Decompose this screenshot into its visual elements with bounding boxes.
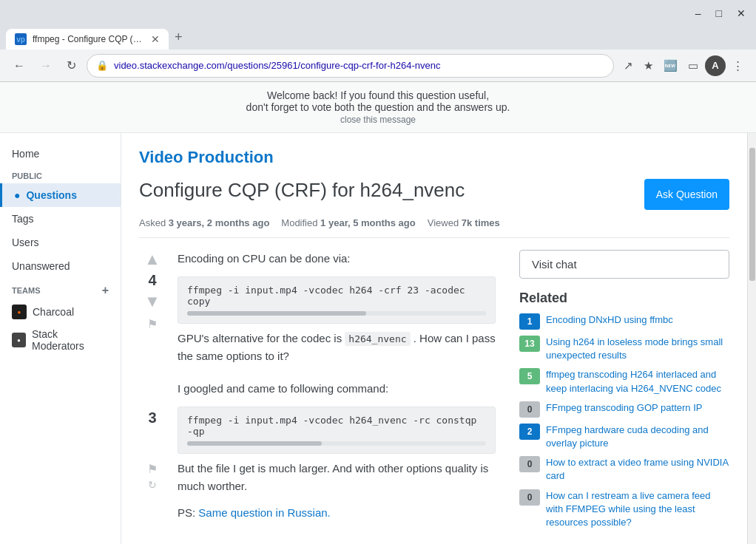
related-score-3: 0 <box>519 401 540 418</box>
question-meta: Asked 3 years, 2 months ago Modified 1 y… <box>139 217 729 238</box>
question-title: Configure CQP (CRF) for h264_nvenc <box>139 179 632 202</box>
notification-banner: Welcome back! If you found this question… <box>0 82 756 133</box>
home-label: Home <box>12 148 39 160</box>
content-area: Video Production Configure CQP (CRF) for… <box>121 133 747 544</box>
minimize-button[interactable]: – <box>691 4 706 22</box>
vote-up-button[interactable]: ▲ <box>144 250 161 269</box>
post-text-3: I googled and came to following command: <box>178 380 496 398</box>
active-tab[interactable]: vp ffmpeg - Configure CQP (CRF) fc... ✕ <box>6 29 169 50</box>
unanswered-label: Unanswered <box>12 260 70 272</box>
vote-count: 4 <box>148 272 156 289</box>
meta-modified: Modified 1 year, 5 months ago <box>281 217 415 228</box>
url-bar[interactable]: 🔒 video.stackexchange.com/questions/2596… <box>87 54 614 78</box>
close-notification[interactable]: close this message <box>7 115 749 125</box>
related-item: 0 How can I restream a live camera feed … <box>519 489 729 530</box>
related-score-4: 2 <box>519 424 540 440</box>
sidebar: Home PUBLIC ● Questions Tags Users Unans… <box>0 133 121 544</box>
code-block-1: ffmpeg -i input.mp4 -vcodec h264 -crf 23… <box>178 276 496 324</box>
answer-content: I googled and came to following command:… <box>178 380 496 531</box>
scrollbar[interactable] <box>747 133 756 544</box>
sidebar-section-teams: TEAMS + <box>0 278 121 300</box>
sidebar-item-tags[interactable]: Tags <box>0 207 121 231</box>
related-item: 2 FFmpeg hardware cuda decoding and over… <box>519 424 729 450</box>
charcoal-label: Charcoal <box>33 306 74 318</box>
sidebar-item-stack-moderators[interactable]: ● Stack Moderators <box>0 324 121 356</box>
tags-label: Tags <box>12 213 34 225</box>
related-item: 1 Encoding DNxHD using ffmbc <box>519 313 729 330</box>
related-link-4[interactable]: FFmpeg hardware cuda decoding and overla… <box>546 424 729 450</box>
viewed-value: 7k times <box>462 217 500 228</box>
related-link-0[interactable]: Encoding DNxHD using ffmbc <box>546 313 673 327</box>
question-header: Configure CQP (CRF) for h264_nvenc Ask Q… <box>139 179 729 210</box>
post-text-4: But the file I get is much larger. And w… <box>178 460 496 495</box>
answer-vote-count: 3 <box>148 409 156 426</box>
scroll-thumb[interactable] <box>749 148 755 281</box>
meta-asked: Asked 3 years, 2 months ago <box>139 217 269 228</box>
site-title: Video Production <box>139 148 729 167</box>
lock-icon: 🔒 <box>96 60 108 71</box>
vote-column: ▲ 4 ▼ ⚑ <box>139 250 166 374</box>
related-link-3[interactable]: FFmpeg transcoding GOP pattern IP <box>546 401 702 415</box>
related-link-6[interactable]: How can I restream a live camera feed wi… <box>546 489 729 530</box>
extensions-icon[interactable]: 🆕 <box>660 56 681 75</box>
tab-title: ffmpeg - Configure CQP (CRF) fc... <box>33 34 145 44</box>
sidebar-item-charcoal[interactable]: ● Charcoal <box>0 300 121 324</box>
related-item: 5 ffmpeg transcoding H264 interlaced and… <box>519 368 729 395</box>
history-button[interactable]: ↻ <box>148 479 157 491</box>
maximize-button[interactable]: □ <box>712 4 726 22</box>
related-title: Related <box>519 290 729 306</box>
mod-icon: ● <box>12 333 26 347</box>
charcoal-icon: ● <box>12 305 27 319</box>
related-link-1[interactable]: Using h264 in loseless mode brings small… <box>546 336 729 362</box>
related-score-6: 0 <box>519 489 540 506</box>
post-content: Encoding on CPU can be done via: ffmpeg … <box>178 250 496 374</box>
meta-viewed: Viewed 7k times <box>428 217 500 228</box>
new-tab-button[interactable]: + <box>169 27 189 48</box>
add-team-button[interactable]: + <box>102 284 109 297</box>
same-question-link[interactable]: Same question in Russian. <box>198 506 330 519</box>
questions-label: Questions <box>26 189 76 201</box>
sidebar-item-users[interactable]: Users <box>0 231 121 254</box>
back-button[interactable]: ← <box>9 56 30 75</box>
related-link-5[interactable]: How to extract a video frame using NVIDI… <box>546 456 729 483</box>
share-icon[interactable]: ↗ <box>620 56 637 75</box>
visit-chat-button[interactable]: Visit chat <box>519 250 729 279</box>
related-score-0: 1 <box>519 313 540 330</box>
sidebar-item-questions[interactable]: ● Questions <box>0 183 121 207</box>
forward-button[interactable]: → <box>36 56 56 75</box>
close-button[interactable]: ✕ <box>732 4 750 22</box>
post-text-1: Encoding on CPU can be done via: <box>178 250 496 268</box>
sidebar-section-public: PUBLIC <box>0 166 121 183</box>
related-section: Related 1 Encoding DNxHD using ffmbc 13 … <box>519 290 729 529</box>
avatar[interactable]: A <box>705 55 726 76</box>
right-sidebar: Visit chat Related 1 Encoding DNxHD usin… <box>507 250 729 535</box>
post-text-5: PS: Same question in Russian. <box>178 504 496 522</box>
related-score-1: 13 <box>519 336 540 352</box>
vote-down-button[interactable]: ▼ <box>144 292 161 311</box>
sidebar-item-unanswered[interactable]: Unanswered <box>0 254 121 278</box>
notification-line2: don't forget to vote both the question a… <box>246 101 510 113</box>
sidebar-item-home[interactable]: Home <box>0 142 121 166</box>
tab-close-icon[interactable]: ✕ <box>151 33 160 45</box>
globe-icon: ● <box>14 189 20 201</box>
code-text-1: ffmpeg -i input.mp4 -vcodec h264 -crf 23… <box>187 285 465 307</box>
menu-icon[interactable]: ⋮ <box>729 56 747 75</box>
ask-question-button[interactable]: Ask Question <box>644 179 729 210</box>
tab-favicon: vp <box>15 33 27 45</box>
related-item: 0 FFmpeg transcoding GOP pattern IP <box>519 401 729 418</box>
cast-icon[interactable]: ▭ <box>684 56 702 75</box>
inline-code-nvenc: h264_nvenc <box>345 332 410 346</box>
bookmark-icon[interactable]: ★ <box>640 56 657 75</box>
modified-value: 1 year, 5 months ago <box>320 217 416 228</box>
reload-button[interactable]: ↻ <box>62 55 81 75</box>
answer-save-button[interactable]: ⚑ <box>147 462 158 476</box>
url-text: video.stackexchange.com/questions/25961/… <box>114 60 604 71</box>
asked-value: 3 years, 2 months ago <box>169 217 270 228</box>
mod-label: Stack Moderators <box>32 328 109 352</box>
answer-vote-column: 3 ⚑ ↻ <box>139 380 166 531</box>
question-body: ▲ 4 ▼ ⚑ Encoding on CPU can be done via:… <box>139 250 496 374</box>
related-list: 1 Encoding DNxHD using ffmbc 13 Using h2… <box>519 313 729 529</box>
related-item: 0 How to extract a video frame using NVI… <box>519 456 729 483</box>
related-link-2[interactable]: ffmpeg transcoding H264 interlaced and k… <box>546 368 729 395</box>
save-button[interactable]: ⚑ <box>147 317 158 331</box>
